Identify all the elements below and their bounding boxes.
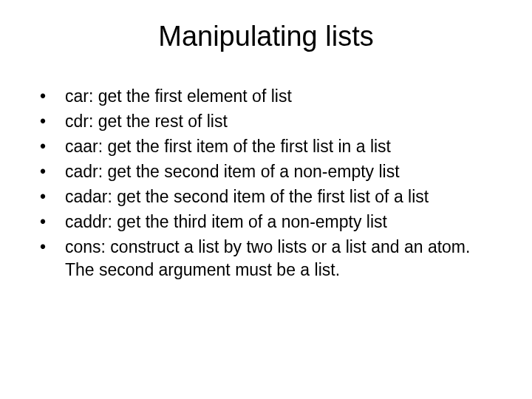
term: cdr <box>65 112 89 131</box>
desc: : get the second item of the first list … <box>108 187 429 206</box>
desc: : get the rest of list <box>89 112 228 131</box>
term: cadar <box>65 187 108 206</box>
slide: Manipulating lists car: get the first el… <box>0 0 532 399</box>
desc: : get the first item of the first list i… <box>98 137 391 156</box>
bullet-list: car: get the first element of list cdr: … <box>30 85 502 282</box>
list-item: car: get the first element of list <box>40 85 502 108</box>
desc: : get the third item of a non-empty list <box>108 212 387 231</box>
list-item: cons: construct a list by two lists or a… <box>40 236 502 282</box>
desc: : get the first element of list <box>89 86 292 106</box>
list-item: cdr: get the rest of list <box>40 110 502 133</box>
list-item: caar: get the first item of the first li… <box>40 135 502 158</box>
term: car <box>65 86 89 106</box>
desc: : construct a list by two lists or a lis… <box>65 237 470 279</box>
list-item: cadar: get the second item of the first … <box>40 185 502 208</box>
term: caddr <box>65 212 108 231</box>
term: cons <box>65 237 101 256</box>
desc: : get the second item of a non-empty lis… <box>98 162 400 181</box>
slide-title: Manipulating lists <box>30 21 502 52</box>
term: cadr <box>65 162 98 181</box>
list-item: cadr: get the second item of a non-empty… <box>40 160 502 183</box>
list-item: caddr: get the third item of a non-empty… <box>40 211 502 233</box>
term: caar <box>65 137 98 156</box>
